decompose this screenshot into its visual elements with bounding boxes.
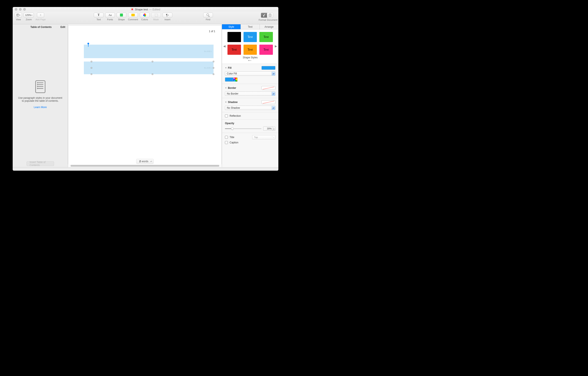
document-icon xyxy=(269,14,271,17)
selection-handle[interactable] xyxy=(152,61,153,62)
insert-toc-button[interactable]: Insert Table of Contents xyxy=(26,161,54,166)
find-button[interactable] xyxy=(203,13,213,17)
insert-button[interactable]: ¶▾ xyxy=(163,13,172,17)
sidebar-footer: Insert Table of Contents xyxy=(26,161,54,166)
selection-handle[interactable] xyxy=(213,74,214,75)
shape-style-swatch-1[interactable]: Text xyxy=(243,32,257,42)
border-preview-swatch[interactable] xyxy=(262,86,275,90)
shape-styles-panel: ◀ ▶ TextTextTextTextText Shape Styles ●● xyxy=(222,29,278,64)
document-icon xyxy=(131,8,134,11)
opacity-section: Opacity 20%▴▾ xyxy=(222,120,278,133)
opacity-slider[interactable] xyxy=(225,128,262,129)
shape-style-swatch-4[interactable]: Text xyxy=(243,45,257,55)
opacity-stepper[interactable]: 20%▴▾ xyxy=(263,126,275,131)
shape-1[interactable]: SLIDE1 xyxy=(84,45,213,58)
fill-type-dropdown[interactable]: Color Fill▴▾ xyxy=(225,71,275,76)
shape-style-swatch-0[interactable] xyxy=(228,32,241,42)
colors-button[interactable] xyxy=(140,13,149,17)
plus-icon: + xyxy=(40,13,42,17)
border-header[interactable]: ▼Border xyxy=(225,87,236,89)
fill-header[interactable]: ▼Fill xyxy=(225,66,231,69)
caption-checkbox[interactable]: Caption xyxy=(225,141,238,144)
color-picker-button[interactable] xyxy=(233,77,238,82)
fonts-icon: Aa xyxy=(108,13,112,17)
selection-handle[interactable] xyxy=(152,74,153,75)
title-checkbox[interactable]: Title xyxy=(225,136,234,139)
view-label: View xyxy=(16,18,21,21)
format-label: Format xyxy=(258,19,267,21)
add-page-button[interactable]: + xyxy=(37,13,44,17)
selection-handle[interactable] xyxy=(91,67,92,68)
shape-2-selected[interactable]: SLIDE1 xyxy=(84,62,213,74)
styles-prev-button[interactable]: ◀ xyxy=(223,44,226,48)
zoom-button[interactable]: 125%▾ xyxy=(24,13,34,17)
sidebar: Table of Contents Edit Use paragraph sty… xyxy=(13,24,68,167)
shape-style-swatch-2[interactable]: Text xyxy=(259,32,273,42)
word-count-number: 2 xyxy=(139,160,141,163)
horizontal-scrollbar[interactable] xyxy=(68,164,222,167)
shadow-type-dropdown[interactable]: No Shadow▴▾ xyxy=(225,106,275,110)
shape-2-label: SLIDE1 xyxy=(204,67,212,69)
toolbar: ▾ View 125%▾ Zoom + Add Page TText AaFon… xyxy=(13,12,278,24)
reflection-checkbox[interactable]: Reflection xyxy=(225,114,275,117)
fonts-label: Fonts xyxy=(107,18,113,21)
tab-text[interactable]: Text xyxy=(241,24,260,29)
text-button[interactable]: T xyxy=(94,13,104,17)
learn-more-link[interactable]: Learn More xyxy=(34,106,47,109)
fill-color-control xyxy=(225,77,238,82)
document-segment[interactable] xyxy=(267,13,273,18)
title-input[interactable] xyxy=(225,136,228,139)
selection-handle[interactable] xyxy=(91,74,92,75)
border-type-dropdown[interactable]: No Border▴▾ xyxy=(225,92,275,96)
grid-icon xyxy=(16,14,19,16)
word-count-popup[interactable]: 2 words ▴▾ xyxy=(136,159,154,164)
shadow-preview-swatch[interactable] xyxy=(262,100,275,104)
document-label: Document xyxy=(267,19,276,21)
tab-style[interactable]: Style xyxy=(222,24,241,29)
format-segment[interactable] xyxy=(261,13,267,18)
selection-handle[interactable] xyxy=(213,67,214,68)
title-subtitle: — Edited xyxy=(149,8,160,11)
shape-style-swatch-5[interactable]: Text xyxy=(259,45,273,55)
tab-arrange[interactable]: Arrange xyxy=(260,24,278,29)
pilcrow-icon: ¶ xyxy=(166,13,168,17)
inspector: Style Text Arrange ◀ ▶ TextTextTextTextT… xyxy=(222,24,278,167)
shape-style-swatch-3[interactable]: Text xyxy=(228,45,241,55)
shape-button[interactable] xyxy=(116,13,126,17)
view-button[interactable]: ▾ xyxy=(15,13,22,17)
shadow-section: ▼Shadow No Shadow▴▾ xyxy=(222,98,278,112)
text-icon: T xyxy=(98,13,99,17)
slider-knob[interactable] xyxy=(231,127,234,130)
zoom-label: Zoom xyxy=(26,18,32,21)
title-position-dropdown[interactable]: Top xyxy=(252,135,275,139)
stepper-buttons[interactable]: ▴▾ xyxy=(272,127,275,131)
app-window: Shape test — Edited ▾ View 125%▾ Zoom + … xyxy=(13,7,278,171)
insert-label: Insert xyxy=(165,18,170,21)
chevron-updown-icon: ▴▾ xyxy=(150,161,152,162)
text-label: Text xyxy=(96,18,101,21)
title-text: Shape test xyxy=(135,8,148,11)
sidebar-edit-button[interactable]: Edit xyxy=(60,26,65,29)
selection-handle[interactable] xyxy=(91,61,92,62)
disclosure-icon: ▼ xyxy=(225,67,227,69)
fill-preview-swatch[interactable] xyxy=(262,66,275,70)
fill-color-well[interactable] xyxy=(225,77,233,82)
disclosure-icon: ▼ xyxy=(225,87,227,89)
fonts-button[interactable]: Aa xyxy=(105,13,115,17)
styles-next-button[interactable]: ▶ xyxy=(275,44,277,48)
fill-section: ▼Fill Color Fill▴▾ xyxy=(222,64,278,84)
selection-handle[interactable] xyxy=(213,61,214,62)
disclosure-icon: ▼ xyxy=(225,101,227,103)
page[interactable]: 1 of 1 SLIDE1 SLIDE1 xyxy=(68,25,222,167)
comment-button[interactable] xyxy=(128,13,138,17)
text-cursor xyxy=(88,44,88,47)
zoom-value: 125% xyxy=(25,14,31,16)
mask-button[interactable] xyxy=(151,13,161,17)
shadow-header[interactable]: ▼Shadow xyxy=(225,101,238,104)
inspector-tabs: Style Text Arrange xyxy=(222,24,278,29)
caption-input[interactable] xyxy=(225,141,228,144)
window-title: Shape test — Edited xyxy=(13,8,278,11)
reflection-input[interactable] xyxy=(225,114,228,117)
bottom-bar xyxy=(13,167,278,171)
comment-icon xyxy=(131,14,135,16)
